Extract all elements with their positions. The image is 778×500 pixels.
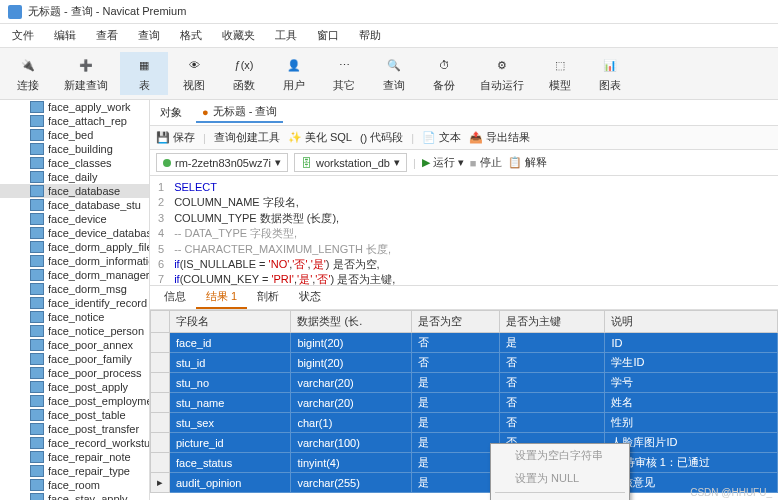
toolbar-plug[interactable]: 🔌连接 [4,52,52,95]
snippet-button[interactable]: ()代码段 [360,130,403,145]
menu-帮助[interactable]: 帮助 [355,26,385,45]
tab-query[interactable]: ●无标题 - 查询 [196,102,283,123]
toolbar-auto[interactable]: ⚙自动运行 [470,52,534,95]
tree-item-face_poor_annex[interactable]: face_poor_annex [0,338,149,352]
table-row[interactable]: face_idbigint(20)否是ID [151,333,778,353]
tree-item-face_post_transfer[interactable]: face_post_transfer [0,422,149,436]
toolbar-other[interactable]: ⋯其它 [320,52,368,95]
table-row[interactable]: stu_sexchar(1)是否性别 [151,413,778,433]
app-icon [8,5,22,19]
tree-item-face_repair_note[interactable]: face_repair_note [0,450,149,464]
cm-set-null[interactable]: 设置为 NULL [491,467,629,490]
toolbar-backup[interactable]: ⏱备份 [420,52,468,95]
table-icon [30,409,44,421]
result-grid[interactable]: 字段名数据类型 (长.是否为空是否为主键说明face_idbigint(20)否… [150,310,778,500]
tree-item-face_post_table[interactable]: face_post_table [0,408,149,422]
tree-item-face_post_employment[interactable]: face_post_employment [0,394,149,408]
menu-收藏夹[interactable]: 收藏夹 [218,26,259,45]
toolbar-fx[interactable]: ƒ(x)函数 [220,52,268,95]
tab-result1[interactable]: 结果 1 [196,286,247,309]
tab-profile[interactable]: 剖析 [247,286,289,309]
table-row[interactable]: picture_idvarchar(100)是否人脸库图片ID [151,433,778,453]
menu-编辑[interactable]: 编辑 [50,26,80,45]
explain-button[interactable]: 📋解释 [508,155,547,170]
tree-item-face_device[interactable]: face_device [0,212,149,226]
col-header[interactable]: 字段名 [170,311,291,333]
tree-item-face_poor_family[interactable]: face_poor_family [0,352,149,366]
toolbar-user[interactable]: 👤用户 [270,52,318,95]
tree-item-face_room[interactable]: face_room [0,478,149,492]
beautify-button[interactable]: ✨美化 SQL [288,130,352,145]
play-icon: ▶ [422,156,430,169]
tree-item-face_stay_apply[interactable]: face_stay_apply [0,492,149,500]
database-selector[interactable]: 🗄workstation_db▾ [294,153,407,172]
table-icon [30,423,44,435]
model-icon: ⬚ [546,54,574,76]
save-button[interactable]: 💾 保存 [156,130,195,145]
menu-窗口[interactable]: 窗口 [313,26,343,45]
table-icon [30,129,44,141]
table-icon [30,451,44,463]
tree-item-face_daily[interactable]: face_daily [0,170,149,184]
tab-objects[interactable]: 对象 [154,103,188,122]
tree-item-face_repair_type[interactable]: face_repair_type [0,464,149,478]
newq-icon: ➕ [72,54,100,76]
col-header[interactable]: 说明 [605,311,778,333]
menu-格式[interactable]: 格式 [176,26,206,45]
tree-item-face_poor_process[interactable]: face_poor_process [0,366,149,380]
tree-item-face_attach_rep[interactable]: face_attach_rep [0,114,149,128]
cm-set-blank[interactable]: 设置为空白字符串 [491,444,629,467]
table-row[interactable]: stu_novarchar(20)是否学号 [151,373,778,393]
cm-delete-record[interactable]: 删除记录 [491,495,629,500]
toolbar-newq[interactable]: ➕新建查询 [54,52,118,95]
text-button[interactable]: 📄文本 [422,130,461,145]
toolbar-table[interactable]: ▦表 [120,52,168,95]
tree-item-face_notice[interactable]: face_notice [0,310,149,324]
table-row[interactable]: stu_idbigint(20)否否学生ID [151,353,778,373]
tree-item-face_building[interactable]: face_building [0,142,149,156]
toolbar-model[interactable]: ⬚模型 [536,52,584,95]
tree-item-face_post_apply[interactable]: face_post_apply [0,380,149,394]
table-icon [30,437,44,449]
menu-查看[interactable]: 查看 [92,26,122,45]
col-header[interactable]: 是否为主键 [500,311,605,333]
table-icon [30,283,44,295]
tree-item-face_dorm_information[interactable]: face_dorm_information [0,254,149,268]
tab-status[interactable]: 状态 [289,286,331,309]
tree-item-face_classes[interactable]: face_classes [0,156,149,170]
toolbar-chart[interactable]: 📊图表 [586,52,634,95]
query-builder-button[interactable]: 查询创建工具 [214,130,280,145]
tree-item-face_dorm_msg[interactable]: face_dorm_msg [0,282,149,296]
menu-文件[interactable]: 文件 [8,26,38,45]
tree-item-face_record_workstudy[interactable]: face_record_workstudy [0,436,149,450]
menu-查询[interactable]: 查询 [134,26,164,45]
col-header[interactable]: 数据类型 (长. [291,311,411,333]
tree-item-face_database_stu[interactable]: face_database_stu [0,198,149,212]
toolbar-view[interactable]: 👁视图 [170,52,218,95]
tree-item-face_apply_work[interactable]: face_apply_work [0,100,149,114]
table-row[interactable]: ▸audit_opinionvarchar(255)是否审核意见 [151,473,778,493]
object-tree[interactable]: face_apply_workface_attach_repface_bedfa… [0,100,150,500]
server-selector[interactable]: rm-2zetn83n05wz7i▾ [156,153,288,172]
other-icon: ⋯ [330,54,358,76]
table-row[interactable]: face_statustinyint(4)是否0: 待审核 1：已通过 [151,453,778,473]
tree-item-face_dorm_apply_file[interactable]: face_dorm_apply_file [0,240,149,254]
run-button[interactable]: ▶运行▾ [422,155,464,170]
tree-item-face_identify_record[interactable]: face_identify_record [0,296,149,310]
table-icon [30,185,44,197]
col-header[interactable]: 是否为空 [411,311,499,333]
editor-tabs: 对象 ●无标题 - 查询 [150,100,778,126]
tree-item-face_database[interactable]: face_database [0,184,149,198]
tree-item-face_device_database[interactable]: face_device_database [0,226,149,240]
menu-工具[interactable]: 工具 [271,26,301,45]
tree-item-face_dorm_manager[interactable]: face_dorm_manager [0,268,149,282]
tree-item-face_notice_person[interactable]: face_notice_person [0,324,149,338]
tree-item-face_bed[interactable]: face_bed [0,128,149,142]
table-icon [30,297,44,309]
table-icon [30,157,44,169]
export-button[interactable]: 📤导出结果 [469,130,530,145]
table-row[interactable]: stu_namevarchar(20)是否姓名 [151,393,778,413]
tab-info[interactable]: 信息 [154,286,196,309]
sql-editor[interactable]: 123456789 SELECT COLUMN_NAME 字段名, COLUMN… [150,176,778,286]
toolbar-query[interactable]: 🔍查询 [370,52,418,95]
